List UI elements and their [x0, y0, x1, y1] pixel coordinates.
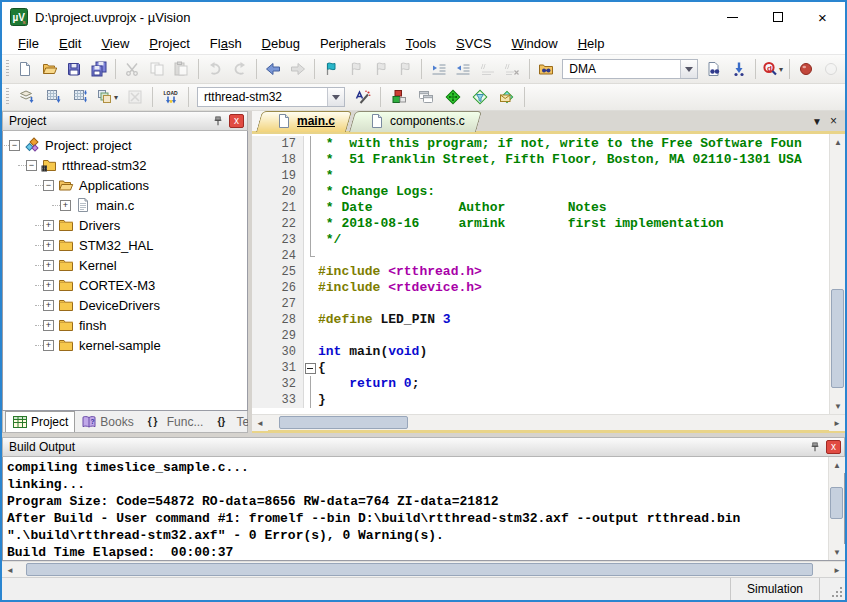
find-in-files-button[interactable]	[535, 58, 558, 80]
select-software-packs-button[interactable]	[467, 86, 492, 108]
expand-icon[interactable]: +	[60, 200, 71, 211]
expand-icon[interactable]: +	[43, 320, 54, 331]
panel-tab-project[interactable]: Project	[5, 411, 75, 432]
editor-tab-main-c[interactable]: main.c	[266, 111, 349, 131]
rebuild-target-button[interactable]	[68, 86, 93, 108]
tree-item-main-c[interactable]: +main.c	[3, 195, 247, 215]
tree-item-cortex-m3[interactable]: +CORTEX-M3	[3, 275, 247, 295]
close-button[interactable]: ×	[800, 2, 845, 32]
save-all-button[interactable]	[87, 58, 110, 80]
scroll-left-icon[interactable]: ◄	[2, 562, 18, 578]
scrollbar-thumb[interactable]	[830, 487, 843, 519]
dropdown-arrow-icon[interactable]	[680, 60, 697, 78]
indent-button[interactable]	[427, 58, 450, 80]
menu-tools[interactable]: Tools	[396, 34, 446, 53]
menu-peripherals[interactable]: Peripherals	[310, 34, 396, 53]
translate-file-button[interactable]	[14, 86, 39, 108]
outdent-button[interactable]	[452, 58, 475, 80]
pin-icon[interactable]	[210, 114, 226, 129]
fold-margin[interactable]	[304, 360, 318, 376]
expand-icon[interactable]: +	[43, 280, 54, 291]
tree-item-applications[interactable]: −Applications	[3, 175, 247, 195]
panel-tab-func[interactable]: { }Func...	[142, 411, 210, 432]
maximize-button[interactable]	[755, 2, 800, 32]
expand-icon[interactable]: +	[43, 300, 54, 311]
expand-icon[interactable]: +	[43, 240, 54, 251]
tree-item-kernel-sample[interactable]: +kernel-sample	[3, 335, 247, 355]
pack-installer-button[interactable]	[494, 86, 519, 108]
build-output-log[interactable]: compiling timeslice_sample.c...linking..…	[3, 457, 828, 560]
open-file-button[interactable]	[38, 58, 61, 80]
target-select-combobox[interactable]: rtthread-stm32	[197, 87, 345, 107]
tree-item-project-project[interactable]: −Project: project	[3, 135, 247, 155]
scroll-left-icon[interactable]: ◄	[252, 415, 268, 431]
expand-icon[interactable]: +	[43, 340, 54, 351]
minimize-button[interactable]	[710, 2, 755, 32]
close-document-icon[interactable]: ×	[830, 114, 837, 128]
menu-project[interactable]: Project	[139, 34, 199, 53]
scroll-up-icon[interactable]: ▲	[830, 134, 846, 150]
expand-icon[interactable]: +	[43, 260, 54, 271]
collapse-icon[interactable]: −	[26, 160, 37, 171]
menu-debug[interactable]: Debug	[252, 34, 310, 53]
menu-help[interactable]: Help	[568, 34, 615, 53]
pin-icon[interactable]	[807, 440, 823, 455]
menu-edit[interactable]: Edit	[49, 34, 91, 53]
project-tree[interactable]: −Project: project−rtthread-stm32−Applica…	[2, 131, 248, 411]
toolbar-grip[interactable]	[6, 60, 9, 78]
panel-tab-books[interactable]: ?Books	[75, 411, 139, 432]
collapse-icon[interactable]: −	[43, 180, 54, 191]
menu-view[interactable]: View	[91, 34, 139, 53]
tab-list-dropdown-icon[interactable]: ▼	[812, 116, 822, 127]
build-horizontal-scrollbar[interactable]: ◄ ►	[2, 561, 845, 577]
scroll-down-icon[interactable]: ▼	[830, 398, 846, 414]
manage-project-items-button[interactable]	[386, 86, 411, 108]
menu-flash[interactable]: Flash	[200, 34, 252, 53]
multi-project-workspace-button[interactable]	[413, 86, 438, 108]
tree-item-finsh[interactable]: +finsh	[3, 315, 247, 335]
expand-icon[interactable]: +	[43, 220, 54, 231]
toggle-bookmark-button[interactable]	[320, 58, 343, 80]
menu-svcs[interactable]: SVCS	[446, 34, 501, 53]
collapse-icon[interactable]: −	[9, 140, 20, 151]
incremental-find-button[interactable]	[728, 58, 751, 80]
download-to-flash-button[interactable]: LOAD	[158, 86, 183, 108]
resize-grip[interactable]	[819, 578, 845, 600]
manage-runtime-environment-button[interactable]	[440, 86, 465, 108]
options-for-target-button[interactable]	[350, 86, 375, 108]
close-panel-icon[interactable]: x	[229, 114, 244, 128]
uvision-app-icon[interactable]: µVs	[10, 8, 28, 26]
navigate-back-button[interactable]	[262, 58, 285, 80]
search-combobox[interactable]: DMA	[562, 59, 698, 79]
tree-item-stm32-hal[interactable]: +STM32_HAL	[3, 235, 247, 255]
scroll-right-icon[interactable]: ►	[829, 562, 845, 578]
scrollbar-thumb[interactable]	[279, 416, 408, 429]
menu-window[interactable]: Window	[501, 34, 567, 53]
tree-item-devicedrivers[interactable]: +DeviceDrivers	[3, 295, 247, 315]
batch-build-button[interactable]: ▾	[95, 86, 120, 108]
dropdown-arrow-icon[interactable]	[327, 88, 344, 106]
tree-item-rtthread-stm32[interactable]: −rtthread-stm32	[3, 155, 247, 175]
find-button[interactable]	[703, 58, 726, 80]
save-button[interactable]	[63, 58, 86, 80]
scroll-down-icon[interactable]: ▼	[829, 544, 845, 560]
editor-horizontal-scrollbar[interactable]: ◄ ►	[252, 414, 845, 430]
insert-breakpoint-button[interactable]	[795, 58, 818, 80]
title-bar[interactable]: µVs D:\project.uvprojx - µVision ×	[2, 2, 845, 32]
scroll-up-icon[interactable]: ▲	[829, 457, 845, 473]
new-file-button[interactable]	[14, 58, 37, 80]
scroll-right-icon[interactable]: ►	[829, 415, 845, 431]
code-editor[interactable]: 17 * with this program; if not, write to…	[252, 134, 829, 414]
scrollbar-thumb[interactable]	[26, 563, 813, 576]
dropdown-arrow-icon[interactable]: ▾	[779, 65, 783, 74]
start-debug-session-button[interactable]: d▾	[761, 58, 784, 80]
menu-file[interactable]: File	[8, 34, 49, 53]
build-target-button[interactable]	[41, 86, 66, 108]
editor-vertical-scrollbar[interactable]: ▲ ▼	[829, 134, 845, 414]
build-vertical-scrollbar[interactable]: ▲ ▼	[828, 457, 844, 560]
tree-item-kernel[interactable]: +Kernel	[3, 255, 247, 275]
scrollbar-thumb[interactable]	[831, 289, 844, 388]
close-panel-icon[interactable]: x	[826, 440, 841, 454]
toolbar-grip[interactable]	[6, 88, 9, 106]
editor-tab-components-c[interactable]: components.c	[359, 111, 479, 131]
